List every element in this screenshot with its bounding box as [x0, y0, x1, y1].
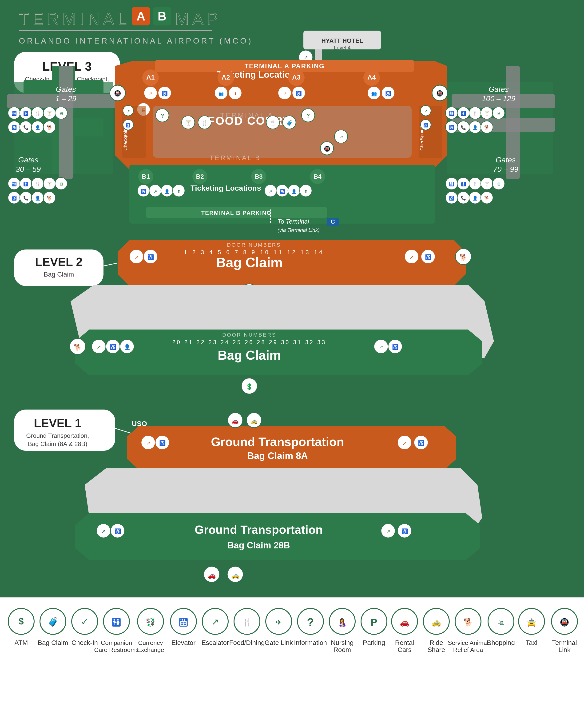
svg-text:A4: A4: [367, 74, 376, 81]
svg-text:Room: Room: [334, 646, 351, 653]
svg-text:B1: B1: [142, 173, 149, 180]
svg-text:To Terminal: To Terminal: [278, 218, 309, 225]
svg-text:?: ?: [307, 616, 314, 628]
svg-text:Bag Claim 28B: Bag Claim 28B: [227, 540, 290, 550]
svg-text:🚇: 🚇: [436, 90, 443, 97]
svg-text:C: C: [331, 218, 335, 225]
svg-text:♿: ♿: [449, 125, 454, 130]
svg-text:↗: ↗: [212, 617, 219, 627]
svg-text:Currency: Currency: [138, 639, 163, 646]
svg-text:👤: 👤: [35, 125, 40, 130]
svg-text:DOOR NUMBERS: DOOR NUMBERS: [227, 242, 281, 248]
svg-text:♿: ♿: [280, 189, 285, 194]
svg-text:📞: 📞: [23, 196, 29, 201]
svg-text:📞: 📞: [461, 125, 466, 130]
svg-text:A: A: [136, 9, 145, 23]
svg-text:↗: ↗: [101, 528, 106, 534]
svg-text:⬆: ⬆: [233, 92, 237, 96]
svg-text:🚇: 🚇: [324, 146, 330, 152]
svg-text:Ground Transportation: Ground Transportation: [211, 435, 344, 449]
svg-text:Gates: Gates: [489, 85, 508, 94]
svg-text:🖥: 🖥: [59, 182, 63, 186]
svg-text:🤱: 🤱: [337, 618, 347, 627]
svg-text:Check-In: Check-In: [72, 639, 98, 646]
svg-text:♿: ♿: [296, 91, 302, 97]
svg-text:♿: ♿: [110, 344, 116, 350]
svg-text:♿: ♿: [11, 196, 17, 201]
svg-text:↗: ↗: [127, 109, 130, 113]
svg-text:Relief Area: Relief Area: [453, 646, 483, 653]
svg-text:♿: ♿: [126, 123, 131, 128]
svg-text:🍴: 🍴: [242, 618, 252, 627]
svg-text:Food/Dining: Food/Dining: [229, 639, 265, 646]
svg-text:↗: ↗: [339, 134, 343, 140]
svg-text:↗: ↗: [146, 440, 150, 446]
svg-text:♿: ♿: [392, 344, 399, 350]
svg-text:Ground Transportation: Ground Transportation: [195, 523, 323, 537]
svg-text:ATM: ATM: [15, 639, 28, 646]
svg-text:↗: ↗: [134, 254, 139, 260]
svg-text:♿: ♿: [162, 91, 168, 97]
svg-text:🍴: 🍴: [473, 181, 478, 187]
svg-text:?: ?: [306, 112, 310, 119]
svg-text:↗: ↗: [386, 528, 390, 534]
svg-text:(via Terminal Link): (via Terminal Link): [278, 227, 319, 233]
svg-text:USO: USO: [132, 420, 147, 427]
svg-text:B: B: [158, 9, 167, 23]
svg-text:DOOR NUMBERS: DOOR NUMBERS: [222, 332, 276, 338]
svg-text:Gates: Gates: [496, 156, 516, 164]
svg-text:👤: 👤: [164, 189, 170, 194]
svg-text:TERMINAL: TERMINAL: [19, 10, 130, 28]
map-svg: TERMINAL A B MAP ORLANDO INTERNATIONAL A…: [0, 0, 584, 728]
svg-text:🍴: 🍴: [473, 111, 478, 116]
svg-text:🚗: 🚗: [232, 418, 239, 424]
svg-text:↗: ↗: [379, 344, 383, 350]
svg-text:Bag Claim (8A & 28B): Bag Claim (8A & 28B): [28, 440, 87, 447]
svg-text:🚗: 🚗: [208, 571, 216, 579]
svg-text:A2: A2: [222, 74, 230, 81]
svg-text:Link: Link: [558, 646, 571, 653]
svg-text:↗: ↗: [304, 55, 308, 60]
svg-text:✓: ✓: [81, 617, 88, 627]
svg-text:🍸: 🍸: [185, 120, 192, 126]
svg-text:Cars: Cars: [397, 646, 411, 653]
svg-text:🛍: 🛍: [497, 618, 505, 627]
svg-text:💲: 💲: [246, 383, 253, 390]
svg-text:🚕: 🚕: [231, 571, 240, 579]
svg-text:🚻: 🚻: [11, 111, 17, 116]
svg-text:🚹: 🚹: [23, 181, 29, 187]
svg-text:📞: 📞: [461, 196, 466, 201]
svg-text:♿: ♿: [425, 254, 432, 260]
svg-text:Terminal: Terminal: [552, 639, 577, 646]
svg-text:🚕: 🚕: [250, 418, 257, 424]
svg-text:♿: ♿: [385, 91, 391, 97]
svg-text:B2: B2: [196, 173, 204, 180]
svg-text:🐕: 🐕: [484, 125, 490, 130]
svg-text:Bag Claim: Bag Claim: [44, 271, 74, 278]
svg-text:♿: ♿: [423, 123, 428, 128]
svg-marker-275: [75, 513, 480, 560]
svg-text:Bag Claim 8A: Bag Claim 8A: [247, 450, 308, 461]
svg-text:Gates: Gates: [56, 85, 76, 94]
svg-text:LEVEL 2: LEVEL 2: [35, 255, 83, 268]
svg-text:🐕: 🐕: [460, 254, 467, 261]
svg-text:⬆: ⬆: [304, 189, 308, 194]
svg-text:↗: ↗: [154, 189, 157, 194]
svg-text:🍸: 🍸: [484, 181, 490, 187]
svg-text:1 – 29: 1 – 29: [56, 95, 77, 103]
svg-text:🖥: 🖥: [497, 182, 501, 186]
svg-text:↗: ↗: [410, 254, 414, 260]
svg-text:Ride: Ride: [429, 639, 443, 646]
svg-text:🐕: 🐕: [484, 196, 490, 201]
svg-text:♿: ♿: [115, 528, 121, 535]
svg-text:🚹: 🚹: [461, 111, 466, 116]
svg-text:🚇: 🚇: [114, 90, 121, 97]
svg-text:🖥: 🖥: [59, 111, 63, 116]
svg-text:💱: 💱: [146, 618, 155, 627]
svg-text:Care Restrooms: Care Restrooms: [94, 646, 139, 653]
svg-text:🍴: 🍴: [35, 111, 40, 116]
svg-text:Checkpoint: Checkpoint: [419, 127, 424, 151]
svg-text:P: P: [371, 617, 377, 628]
svg-text:🐕: 🐕: [47, 125, 52, 130]
svg-text:♿: ♿: [11, 125, 17, 130]
